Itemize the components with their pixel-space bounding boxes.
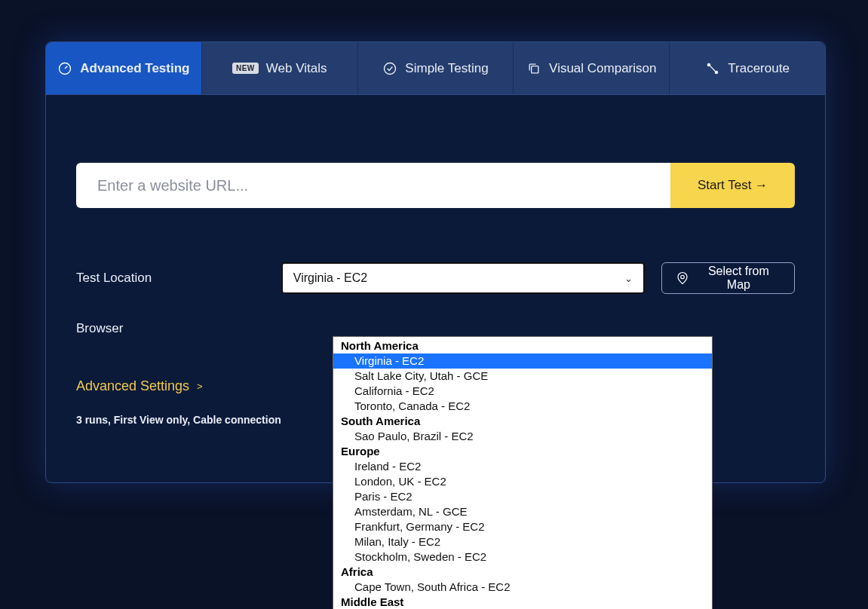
location-select[interactable]: Virginia - EC2 ⌄ bbox=[281, 262, 645, 294]
location-option[interactable]: London, UK - EC2 bbox=[333, 474, 712, 489]
map-pin-icon bbox=[676, 271, 689, 285]
browser-row: Browser bbox=[76, 321, 795, 336]
check-circle-icon bbox=[382, 61, 397, 76]
tab-label: Traceroute bbox=[728, 61, 790, 76]
url-input[interactable] bbox=[76, 163, 670, 208]
tab-label: Simple Testing bbox=[405, 61, 488, 76]
svg-rect-2 bbox=[532, 66, 538, 72]
tab-label: Web Vitals bbox=[266, 61, 327, 76]
location-select-wrap: Virginia - EC2 ⌄ bbox=[281, 262, 645, 294]
tab-simple-testing[interactable]: Simple Testing bbox=[358, 42, 514, 94]
url-row: Start Test → bbox=[76, 163, 795, 208]
location-option[interactable]: Ireland - EC2 bbox=[333, 459, 712, 474]
browser-label: Browser bbox=[76, 321, 289, 336]
location-option[interactable]: Salt Lake City, Utah - GCE bbox=[333, 369, 712, 384]
tab-label: Visual Comparison bbox=[549, 61, 656, 76]
select-from-map-button[interactable]: Select from Map bbox=[661, 262, 795, 294]
location-optgroup: Africa bbox=[333, 565, 712, 580]
svg-point-5 bbox=[680, 275, 684, 279]
location-row: Test Location Virginia - EC2 ⌄ Select fr… bbox=[76, 262, 795, 294]
location-option[interactable]: Paris - EC2 bbox=[333, 489, 712, 504]
svg-point-1 bbox=[385, 63, 396, 74]
tab-bar: Advanced Testing NEW Web Vitals Simple T… bbox=[46, 42, 825, 95]
test-location-label: Test Location bbox=[76, 271, 281, 286]
location-selected-value: Virginia - EC2 bbox=[293, 271, 367, 285]
location-option[interactable]: Stockholm, Sweden - EC2 bbox=[333, 549, 712, 565]
chevron-right-icon: > bbox=[197, 381, 203, 392]
tab-label: Advanced Testing bbox=[80, 61, 189, 76]
gauge-icon bbox=[57, 61, 72, 76]
location-option[interactable]: Frankfurt, Germany - EC2 bbox=[333, 519, 712, 534]
location-dropdown: North AmericaVirginia - EC2Salt Lake Cit… bbox=[333, 336, 713, 609]
location-option[interactable]: California - EC2 bbox=[333, 384, 712, 399]
location-optgroup: North America bbox=[333, 338, 712, 353]
location-optgroup: South America bbox=[333, 414, 712, 429]
tab-visual-comparison[interactable]: Visual Comparison bbox=[514, 42, 670, 94]
location-optgroup: Europe bbox=[333, 444, 712, 459]
tab-traceroute[interactable]: Traceroute bbox=[670, 42, 825, 94]
tab-web-vitals[interactable]: NEW Web Vitals bbox=[202, 42, 358, 94]
advanced-settings-label: Advanced Settings bbox=[76, 378, 189, 394]
location-dropdown-list[interactable]: North AmericaVirginia - EC2Salt Lake Cit… bbox=[333, 337, 712, 609]
location-option[interactable]: Virginia - EC2 bbox=[333, 353, 712, 369]
start-test-button[interactable]: Start Test → bbox=[670, 163, 795, 208]
location-option[interactable]: Sao Paulo, Brazil - EC2 bbox=[333, 429, 712, 444]
chevron-down-icon: ⌄ bbox=[624, 273, 633, 284]
traceroute-icon bbox=[705, 61, 720, 76]
tab-advanced-testing[interactable]: Advanced Testing bbox=[46, 42, 202, 94]
location-optgroup: Middle East bbox=[333, 595, 712, 609]
map-button-label: Select from Map bbox=[697, 265, 781, 292]
location-option[interactable]: Cape Town, South Africa - EC2 bbox=[333, 580, 712, 595]
new-badge: NEW bbox=[232, 63, 259, 74]
location-option[interactable]: Milan, Italy - EC2 bbox=[333, 534, 712, 549]
location-option[interactable]: Toronto, Canada - EC2 bbox=[333, 399, 712, 414]
location-option[interactable]: Amsterdam, NL - GCE bbox=[333, 504, 712, 519]
copy-icon bbox=[526, 61, 541, 76]
